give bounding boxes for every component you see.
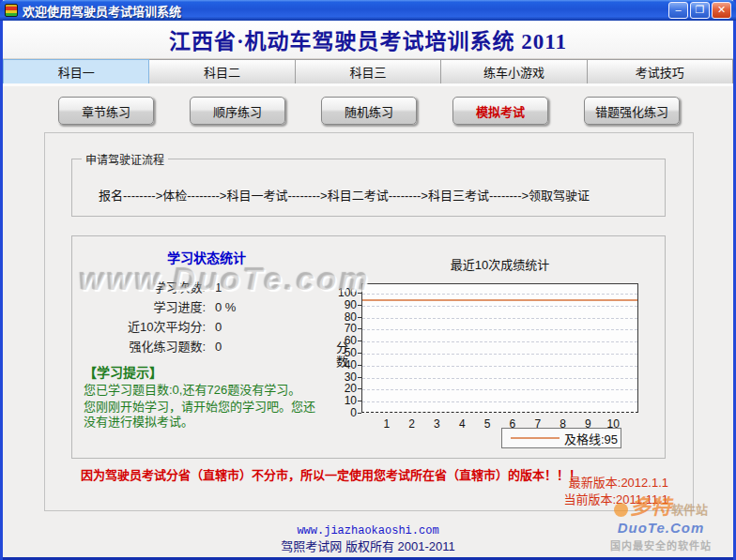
stat-label: 强化练习题数:	[84, 337, 206, 356]
button-章节练习[interactable]: 章节练习	[58, 97, 154, 125]
stat-row: 学习进度:0 %	[84, 297, 330, 317]
tab-科目二[interactable]: 科目二	[149, 59, 295, 83]
stat-value: 0	[215, 337, 222, 356]
tab-考试技巧[interactable]: 考试技巧	[588, 59, 733, 83]
x-tick-label: 3	[427, 417, 446, 431]
tab-bar: 科目一科目二科目三练车小游戏考试技巧	[3, 58, 733, 86]
button-随机练习[interactable]: 随机练习	[321, 97, 417, 125]
minimize-button[interactable]: –	[668, 2, 688, 19]
y-tick-label: 10	[330, 394, 357, 407]
study-stats-title: 学习状态统计	[84, 248, 330, 266]
study-tip-line: 您刚刚开始学习，请开始您的学习吧。您还没有进行模拟考试。	[84, 400, 320, 430]
stat-value: 1	[215, 278, 222, 297]
y-tick-label: 90	[330, 298, 357, 311]
license-flow-title: 申请驾驶证流程	[82, 151, 168, 167]
maximize-button[interactable]: ❐	[690, 2, 710, 19]
x-tick-label: 2	[403, 417, 422, 431]
traffic-light-icon	[5, 4, 18, 17]
button-错题强化练习[interactable]: 错题强化练习	[584, 97, 680, 125]
x-tick-label: 1	[377, 417, 396, 431]
website-link[interactable]: www.jiazhaokaoshi.com	[0, 524, 736, 537]
y-tick-mark	[358, 413, 361, 414]
app-window: 欢迎使用驾驶员考试培训系统 – ❐ ✕ 江西省·机动车驾驶员考试培训系统 201…	[0, 0, 736, 560]
gridline-30	[362, 378, 637, 379]
study-stats-groupbox: 学习状态统计 学习次数:1学习进度:0 %近10次平均分:0强化练习题数:0 【…	[71, 235, 666, 459]
license-flow-groupbox: 申请驾驶证流程 报名-------->体检-------->科目一考试-----…	[71, 151, 666, 217]
main-panel: 申请驾驶证流程 报名-------->体检-------->科目一考试-----…	[44, 132, 694, 511]
button-模拟考试[interactable]: 模拟考试	[452, 97, 548, 125]
y-tick-label: 100	[330, 286, 357, 299]
stat-row: 近10次平均分:0	[84, 317, 330, 337]
study-tips-title: 【学习提示】	[84, 362, 330, 381]
stat-label: 学习次数:	[84, 278, 206, 297]
gridline-60	[362, 341, 637, 342]
gridline-50	[362, 354, 637, 355]
tab-科目三[interactable]: 科目三	[296, 59, 441, 83]
y-tick-label: 70	[330, 322, 357, 335]
chart-y-axis-label: 分数	[332, 341, 350, 370]
y-tick-label: 0	[330, 406, 357, 419]
gridline-100	[362, 294, 637, 295]
province-version-warning: 因为驾驶员考试分省（直辖市）不分市，所以一定使用您考试所在省（直辖市）的版本！！…	[81, 465, 581, 483]
gridline-90	[362, 306, 637, 307]
chart-title: 最近10次成绩统计	[361, 255, 638, 273]
chart-legend: 及格线:95	[501, 428, 621, 448]
y-tick-label: 30	[330, 371, 357, 384]
license-flow-text: 报名-------->体检-------->科目一考试-------->科目二考…	[99, 186, 665, 204]
study-stats-column: 学习状态统计 学习次数:1学习进度:0 %近10次平均分:0强化练习题数:0 【…	[84, 246, 330, 430]
close-button[interactable]: ✕	[712, 2, 731, 19]
latest-version-label: 最新版本:2012.1.1	[569, 473, 668, 491]
pass-line-legend-label: 及格线:95	[564, 430, 618, 447]
pass-line-legend-swatch	[511, 437, 560, 439]
y-tick-label: 20	[330, 382, 357, 395]
gridline-40	[362, 366, 637, 367]
gridline-20	[362, 389, 637, 390]
stat-row: 学习次数:1	[84, 278, 330, 297]
tab-练车小游戏[interactable]: 练车小游戏	[441, 59, 587, 83]
study-tips-text: 您已学习题目数:0,还有726题没有学习。您刚刚开始学习，请开始您的学习吧。您还…	[84, 383, 330, 430]
pass-line	[362, 299, 637, 301]
gridline-70	[362, 329, 637, 330]
x-tick-label: 4	[452, 417, 471, 431]
y-tick-label: 80	[330, 310, 357, 324]
tab-科目一[interactable]: 科目一	[3, 59, 149, 83]
button-顺序练习[interactable]: 顺序练习	[190, 97, 285, 125]
gridline-80	[362, 318, 637, 319]
window-title: 欢迎使用驾驶员考试培训系统	[23, 2, 667, 20]
stat-label: 近10次平均分:	[84, 317, 206, 337]
chart-plot-area	[361, 283, 638, 413]
current-version-label: 当前版本:2011.11.1	[563, 490, 668, 507]
page-title: 江西省·机动车驾驶员考试培训系统 2011	[169, 23, 567, 55]
stat-value: 0	[215, 317, 222, 337]
stat-value: 0 %	[215, 297, 236, 317]
copyright-text: 驾照考试网 版权所有 2001-2011	[0, 537, 736, 554]
practice-button-row: 章节练习顺序练习随机练习模拟考试错题强化练习	[58, 97, 680, 125]
x-tick-label: 5	[478, 417, 497, 431]
study-stats-rows: 学习次数:1学习进度:0 %近10次平均分:0强化练习题数:0	[84, 278, 330, 356]
stat-row: 强化练习题数:0	[84, 337, 330, 356]
title-bar: 欢迎使用驾驶员考试培训系统 – ❐ ✕	[0, 0, 736, 21]
stat-label: 学习进度:	[84, 297, 206, 317]
study-tip-line: 您已学习题目数:0,还有726题没有学习。	[84, 383, 320, 398]
header: 江西省·机动车驾驶员考试培训系统 2011	[3, 21, 733, 58]
gridline-10	[362, 401, 637, 402]
score-chart: 最近10次成绩统计 分数 010203040506070809010012345…	[330, 255, 650, 454]
